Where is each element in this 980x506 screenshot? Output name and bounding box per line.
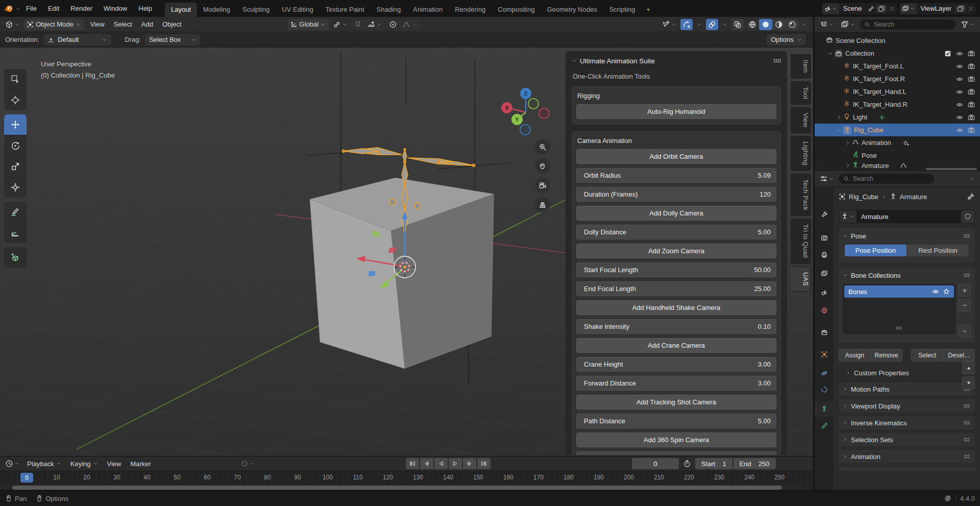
workspace-tab-sculpting[interactable]: Sculpting [236,3,276,17]
outliner-row-pose[interactable]: Pose [815,149,980,162]
tool-annotate-button[interactable] [4,202,27,222]
zoom-button[interactable] [535,139,550,155]
uas-slider-forward-distance[interactable]: Forward Distance3.00 [576,376,776,391]
shading-wireframe-button[interactable] [746,19,759,30]
datablock-name-field[interactable]: Armature [856,210,961,223]
uas-button-auto-rig-humanoid[interactable]: Auto-Rig Humanoid [576,104,776,119]
pin-icon[interactable] [967,192,975,201]
timeline-menu-marker[interactable]: Marker [126,460,155,468]
grip-icon[interactable] [895,324,903,332]
outliner-row-ik-target-foot-l[interactable]: IK_Target_Foot.L [815,60,980,73]
uas-button-add-360-spin-camera[interactable]: Add 360 Spin Camera [576,432,776,447]
scene-dropdown[interactable] [822,3,839,14]
tool-select-button[interactable] [4,69,27,89]
new-viewlayer-icon[interactable] [955,5,966,12]
uas-slider-end-focal-length[interactable]: End Focal Length25.00 [576,281,776,296]
mode-selector[interactable]: Object Mode [23,19,84,30]
workspace-tab-geometry-nodes[interactable]: Geometry Nodes [541,3,603,17]
gizmos-toggle[interactable] [680,19,693,30]
sidebar-tab-uas[interactable]: UAS [791,267,811,292]
jump-to-start-button[interactable] [406,458,419,469]
bone-collections-select-button[interactable]: Select [911,349,943,362]
blender-logo-icon[interactable] [4,4,13,13]
uas-button-add-tracking-shot-camera[interactable]: Add Tracking Shot Camera [576,395,776,409]
camera-icon[interactable] [968,114,975,121]
grip-icon[interactable] [773,57,781,65]
uas-button-add-handheld-shake-camera[interactable]: Add Handheld Shake Camera [576,300,776,315]
use-preview-range-stopwatch-icon[interactable] [683,460,691,468]
new-scene-icon[interactable] [876,5,887,12]
tool-move-button[interactable] [4,114,27,135]
checkbox-icon[interactable] [944,50,951,57]
uas-button-add-orbit-camera[interactable]: Add Orbit Camera [576,149,776,164]
shading-rendered-button[interactable] [786,19,799,30]
play-button[interactable] [449,458,462,469]
uas-slider-duration-frames-[interactable]: Duration (Frames)120 [576,187,776,202]
viewport-menu-add[interactable]: Add [137,20,158,28]
sidebar-tab-tool[interactable]: Tool [791,81,811,105]
uas-slider-path-distance[interactable]: Path Distance5.00 [576,414,776,428]
uas-slider-dolly-distance[interactable]: Dolly Distance5.00 [576,225,776,239]
outliner-row-scene-collection[interactable]: Scene Collection [815,34,980,47]
shading-material-button[interactable] [772,19,786,30]
bone-collections-specials-button[interactable] [958,325,971,338]
tool-measure-button[interactable] [4,222,27,243]
properties-tab-tool-wrench[interactable] [815,207,834,222]
pin-icon[interactable] [866,5,876,12]
properties-tab-collection[interactable] [815,325,834,340]
topbar-menu-render[interactable]: Render [65,0,98,17]
uas-slider-shake-intensity[interactable]: Shake Intensity0.10 [576,319,776,334]
pose-position-button[interactable]: Pose Position [845,245,906,256]
properties-tab-output[interactable] [815,247,834,262]
eye-icon[interactable] [956,127,963,134]
eye-icon[interactable] [956,114,963,121]
timeline-ruler[interactable]: 0 10203040506070809010011012013014015016… [0,471,813,485]
options-dropdown[interactable]: Options [767,34,806,45]
camera-icon[interactable] [968,88,975,95]
outliner-row-ik-target-foot-r[interactable]: IK_Target_Foot.R [815,73,980,85]
tool-addcube-button[interactable] [4,247,27,268]
properties-tab-bone[interactable] [815,418,834,433]
uas-button-add-dolly-camera[interactable]: Add Dolly Camera [576,206,776,221]
topbar-menu-edit[interactable]: Edit [42,0,65,17]
bone-collection-item[interactable]: Bones [844,285,954,298]
viewlayer-dropdown[interactable] [900,3,917,14]
close-icon[interactable] [887,5,897,12]
breadcrumb-data[interactable]: Armature [900,193,927,201]
outliner-row-ik-target-hand-r[interactable]: IK_Target_Hand.R [815,98,980,111]
camera-icon[interactable] [968,127,975,134]
shading-dropdown[interactable] [799,19,809,30]
tool-rotate-button[interactable] [4,135,27,156]
eye-icon[interactable] [932,288,939,295]
topbar-menu-window[interactable]: Window [98,0,133,17]
snap-target-dropdown[interactable] [364,19,384,30]
camera-view-button[interactable] [535,178,550,193]
end-frame-field[interactable]: End 250 [733,458,776,469]
workspace-tab-animation[interactable]: Animation [407,3,449,17]
editor-type-properties-button[interactable] [818,173,836,184]
sidebar-tab-lighting[interactable]: Lighting [791,136,811,171]
3d-viewport[interactable]: Z X Y User Perspective (0) Collection | … [0,47,813,456]
collapsed-panel-selection-sets[interactable]: Selection Sets [839,433,975,446]
eye-icon[interactable] [956,63,963,70]
grip-icon[interactable] [963,402,971,410]
properties-tab-scene[interactable] [815,285,834,300]
camera-icon[interactable] [968,101,975,108]
workspace-tab-shading[interactable]: Shading [371,3,407,17]
start-frame-field[interactable]: Start 1 [695,458,732,469]
camera-icon[interactable] [968,63,975,70]
snap-toggle[interactable] [351,19,364,30]
custom-properties-subpanel[interactable]: Custom Properties [846,367,975,379]
uas-slider-start-focal-length[interactable]: Start Focal Length50.00 [576,262,776,277]
visibility-dropdown[interactable] [660,19,678,30]
next-keyframe-button[interactable] [463,458,476,469]
add-bone-collection-button[interactable] [958,284,971,297]
properties-tab-armature-data[interactable] [815,401,834,417]
transform-orientation-dropdown[interactable]: Global [287,19,329,30]
properties-tab-constraint[interactable] [815,382,834,397]
grip-icon[interactable] [963,232,971,240]
uas-button-add-zoom-camera[interactable]: Add Zoom Camera [576,244,776,258]
uas-slider-crane-height[interactable]: Crane Height3.00 [576,357,776,372]
uas-slider-spin-radius[interactable]: Spin Radius5.00 [576,451,776,455]
uas-button-add-crane-camera[interactable]: Add Crane Camera [576,338,776,353]
